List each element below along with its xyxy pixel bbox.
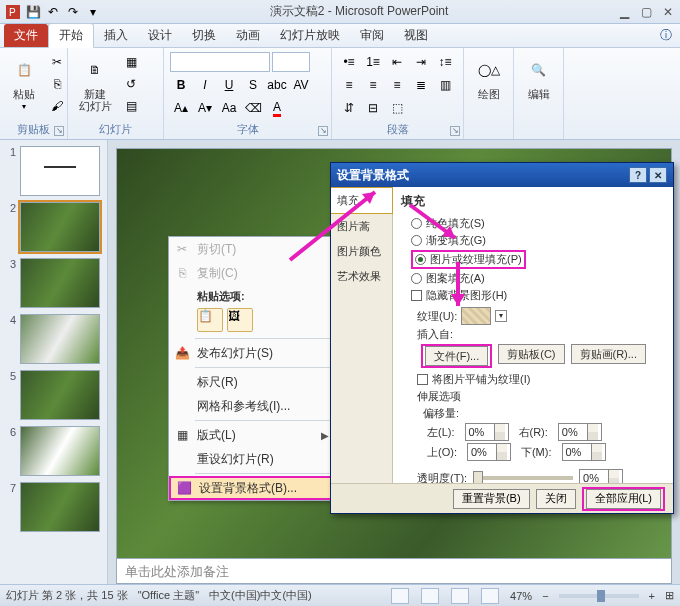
offset-top[interactable]: 0% xyxy=(467,443,511,461)
dialog-titlebar[interactable]: 设置背景格式 ?✕ xyxy=(331,163,673,187)
thumb-6[interactable]: 6 xyxy=(4,426,103,476)
grow-font-button[interactable]: A▴ xyxy=(170,98,192,118)
indent-inc-button[interactable]: ⇥ xyxy=(410,52,432,72)
zoom-in-button[interactable]: + xyxy=(649,590,655,602)
nav-fill[interactable]: 填充 xyxy=(331,187,393,214)
font-size-select[interactable] xyxy=(272,52,310,72)
numbering-button[interactable]: 1≡ xyxy=(362,52,384,72)
save-icon[interactable]: 💾 xyxy=(24,3,42,21)
dialog-help-button[interactable]: ? xyxy=(629,167,647,183)
tab-file[interactable]: 文件 xyxy=(4,24,48,47)
offset-bottom[interactable]: 0% xyxy=(562,443,606,461)
line-spacing-button[interactable]: ↕≡ xyxy=(434,52,456,72)
align-text-button[interactable]: ⊟ xyxy=(362,98,384,118)
tab-transitions[interactable]: 切换 xyxy=(182,24,226,47)
view-slideshow-button[interactable] xyxy=(481,588,499,604)
align-right-button[interactable]: ≡ xyxy=(386,75,408,95)
format-painter-icon[interactable]: 🖌 xyxy=(46,96,68,116)
clear-format-button[interactable]: ⌫ xyxy=(242,98,264,118)
undo-icon[interactable]: ↶ xyxy=(44,3,62,21)
file-button[interactable]: 文件(F)... xyxy=(425,346,488,366)
minimize-button[interactable]: ▁ xyxy=(616,4,632,20)
font-family-select[interactable] xyxy=(170,52,270,72)
check-hidebg[interactable]: 隐藏背景图形(H) xyxy=(411,288,665,303)
copy-icon[interactable]: ⎘ xyxy=(46,74,68,94)
tab-animations[interactable]: 动画 xyxy=(226,24,270,47)
tab-slideshow[interactable]: 幻灯片放映 xyxy=(270,24,350,47)
check-tile[interactable]: 将图片平铺为纹理(I) xyxy=(417,372,665,387)
fit-button[interactable]: ⊞ xyxy=(665,589,674,602)
text-direction-button[interactable]: ⇵ xyxy=(338,98,360,118)
cm-format-background[interactable]: 🟪设置背景格式(B)... xyxy=(169,476,335,500)
nav-picfix[interactable]: 图片蒿 xyxy=(331,214,392,239)
qat-dropdown-icon[interactable]: ▾ xyxy=(84,3,102,21)
justify-button[interactable]: ≣ xyxy=(410,75,432,95)
zoom-pct[interactable]: 47% xyxy=(510,590,532,602)
layout-icon[interactable]: ▦ xyxy=(120,52,142,72)
dialog-launcher-icon[interactable]: ↘ xyxy=(54,126,64,136)
shadow-button[interactable]: abc xyxy=(266,75,288,95)
view-reading-button[interactable] xyxy=(451,588,469,604)
indent-dec-button[interactable]: ⇤ xyxy=(386,52,408,72)
view-sorter-button[interactable] xyxy=(421,588,439,604)
cm-ruler[interactable]: 标尺(R) xyxy=(169,370,335,394)
thumb-2[interactable]: 2 xyxy=(4,202,103,252)
cm-publish[interactable]: 📤发布幻灯片(S) xyxy=(169,341,335,365)
offset-right[interactable]: 0% xyxy=(558,423,602,441)
zoom-out-button[interactable]: − xyxy=(542,590,548,602)
apply-all-button[interactable]: 全部应用(L) xyxy=(586,489,661,509)
tab-view[interactable]: 视图 xyxy=(394,24,438,47)
radio-pattern[interactable]: 图案填充(A) xyxy=(411,271,665,286)
texture-dropdown-icon[interactable]: ▾ xyxy=(495,310,507,322)
bold-button[interactable]: B xyxy=(170,75,192,95)
clipboard-button[interactable]: 剪贴板(C) xyxy=(498,344,564,364)
new-slide-button[interactable]: 🗎 新建 幻灯片 xyxy=(74,52,116,114)
zoom-slider[interactable] xyxy=(559,594,639,598)
thumb-3[interactable]: 3 xyxy=(4,258,103,308)
view-normal-button[interactable] xyxy=(391,588,409,604)
drawing-button[interactable]: ◯△绘图 xyxy=(470,52,507,102)
section-icon[interactable]: ▤ xyxy=(120,96,142,116)
change-case-button[interactable]: Aa xyxy=(218,98,240,118)
align-left-button[interactable]: ≡ xyxy=(338,75,360,95)
radio-pictex[interactable]: 图片或纹理填充(P) xyxy=(411,250,665,269)
align-center-button[interactable]: ≡ xyxy=(362,75,384,95)
strike-button[interactable]: S xyxy=(242,75,264,95)
transparency-slider[interactable] xyxy=(473,476,573,480)
tab-design[interactable]: 设计 xyxy=(138,24,182,47)
paste-option-2[interactable]: 🖼 xyxy=(227,308,253,332)
cm-layout[interactable]: ▦版式(L)▶ xyxy=(169,423,335,447)
thumb-5[interactable]: 5 xyxy=(4,370,103,420)
reset-bg-button[interactable]: 重置背景(B) xyxy=(453,489,530,509)
tab-insert[interactable]: 插入 xyxy=(94,24,138,47)
columns-button[interactable]: ▥ xyxy=(434,75,456,95)
dialog-close-button[interactable]: ✕ xyxy=(649,167,667,183)
spacing-button[interactable]: AV xyxy=(290,75,312,95)
radio-gradient[interactable]: 渐变填充(G) xyxy=(411,233,665,248)
underline-button[interactable]: U xyxy=(218,75,240,95)
smartart-button[interactable]: ⬚ xyxy=(386,98,408,118)
thumb-4[interactable]: 4 xyxy=(4,314,103,364)
dialog-launcher-icon[interactable]: ↘ xyxy=(318,126,328,136)
slide-thumbnail-rail[interactable]: 1 2 3 4 5 6 7 xyxy=(0,140,108,584)
transparency-value[interactable]: 0% xyxy=(579,469,623,483)
paste-option-1[interactable]: 📋 xyxy=(197,308,223,332)
powerpoint-icon[interactable]: P xyxy=(4,3,22,21)
nav-piccolor[interactable]: 图片颜色 xyxy=(331,239,392,264)
clipart-button[interactable]: 剪贴画(R)... xyxy=(571,344,646,364)
notes-pane[interactable]: 单击此处添加备注 xyxy=(116,558,672,584)
editing-button[interactable]: 🔍编辑 xyxy=(520,52,557,102)
bullets-button[interactable]: •≡ xyxy=(338,52,360,72)
cm-reset[interactable]: 重设幻灯片(R) xyxy=(169,447,335,471)
shrink-font-button[interactable]: A▾ xyxy=(194,98,216,118)
nav-artistic[interactable]: 艺术效果 xyxy=(331,264,392,289)
font-color-button[interactable]: A xyxy=(266,98,288,118)
thumb-1[interactable]: 1 xyxy=(4,146,103,196)
tab-review[interactable]: 审阅 xyxy=(350,24,394,47)
status-lang[interactable]: 中文(中国)中文(中国) xyxy=(209,588,312,603)
dialog-launcher-icon[interactable]: ↘ xyxy=(450,126,460,136)
cm-grid[interactable]: 网格和参考线(I)... xyxy=(169,394,335,418)
cut-icon[interactable]: ✂ xyxy=(46,52,68,72)
radio-solid[interactable]: 纯色填充(S) xyxy=(411,216,665,231)
italic-button[interactable]: I xyxy=(194,75,216,95)
